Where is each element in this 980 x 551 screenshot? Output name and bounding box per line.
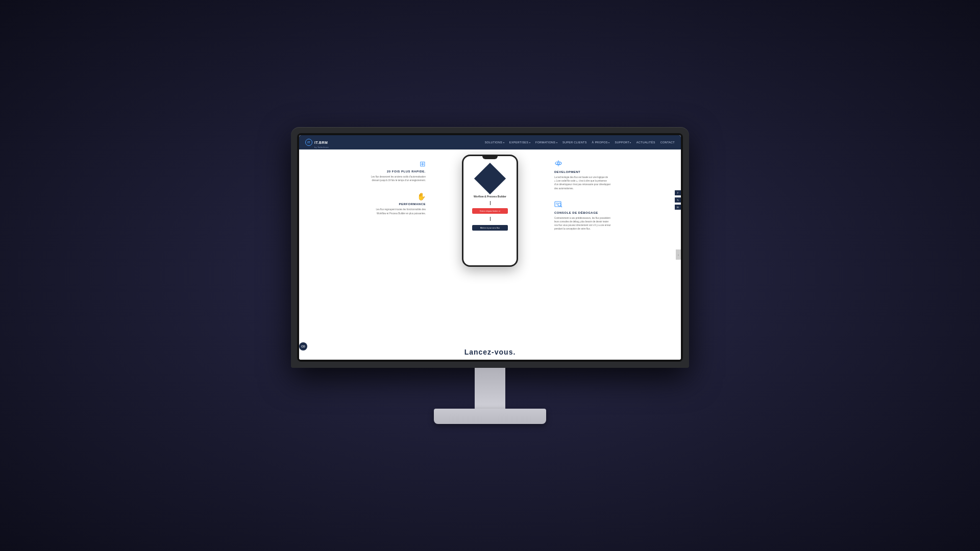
phone-line-2 — [490, 217, 491, 221]
social-facebook[interactable]: f — [675, 190, 681, 195]
right-features: DEVELOPMENT La technologie des flux est … — [546, 149, 681, 360]
nav-a-propos[interactable]: À PROPOS — [592, 141, 610, 144]
monitor-body: IT IT.BRM by Salesforce SOLUTIONS EXPERT… — [291, 127, 689, 368]
feature-dev-title: DEVELOPMENT — [554, 170, 671, 173]
phone-line-1 — [490, 201, 491, 205]
nav-expertises[interactable]: EXPERTISES — [509, 141, 530, 144]
feature-fast: ⊞ 20 FOIS PLUS RAPIDE. Les flux devancen… — [309, 160, 426, 182]
phone-diamond-shape — [474, 163, 506, 194]
phone-title: Worflow & Process Builder — [474, 195, 506, 198]
nav-links: SOLUTIONS EXPERTISES FORMATIONS SUPER CL… — [485, 141, 675, 144]
nav-formations[interactable]: FORMATIONS — [535, 141, 557, 144]
social-linkedin[interactable]: in — [675, 205, 681, 210]
bottom-cta: Lancez-vous. — [299, 344, 681, 360]
social-twitter[interactable]: 𝕏 — [675, 197, 681, 203]
svg-point-5 — [558, 203, 561, 206]
phone-content: Worflow & Process Builder Entrer depuis … — [463, 159, 517, 235]
nav-actualites[interactable]: ACTUALITÉS — [636, 141, 655, 144]
website: IT IT.BRM by Salesforce SOLUTIONS EXPERT… — [299, 135, 681, 360]
feature-dev-icon — [554, 160, 671, 168]
feature-debug-title: CONSOLE DE DÉBOGAGE — [554, 211, 671, 214]
feature-fast-title: 20 FOIS PLUS RAPIDE. — [309, 170, 426, 173]
monitor-screen: IT IT.BRM by Salesforce SOLUTIONS EXPERT… — [299, 135, 681, 360]
phone-mockup: Worflow & Process Builder Entrer depuis … — [462, 155, 518, 267]
phone-notch — [482, 156, 498, 159]
feature-debug-desc: Contrairement à ses prédécesseurs, les f… — [554, 216, 671, 231]
left-features: ⊞ 20 FOIS PLUS RAPIDE. Les flux devancen… — [299, 149, 434, 360]
monitor-screen-border: IT IT.BRM by Salesforce SOLUTIONS EXPERT… — [297, 133, 683, 362]
scene: IT IT.BRM by Salesforce SOLUTIONS EXPERT… — [0, 0, 980, 551]
feature-debug-icon — [554, 201, 671, 209]
nav-super-clients[interactable]: SUPER CLIENTS — [562, 141, 587, 144]
feature-debug: CONSOLE DE DÉBOGAGE Contrairement à ses … — [554, 201, 671, 231]
feature-dev: DEVELOPMENT La technologie des flux est … — [554, 160, 671, 190]
nav-contact[interactable]: CONTACT — [660, 141, 675, 144]
nav-support[interactable]: SUPPORT — [615, 141, 631, 144]
logo-brand: IT.BRM — [314, 141, 328, 144]
feature-dev-desc: La technologie des flux est basée sur un… — [554, 176, 671, 190]
main-content: ⊞ 20 FOIS PLUS RAPIDE. Les flux devancen… — [299, 149, 681, 360]
social-sidebar: f 𝕏 in — [675, 190, 681, 210]
monitor-base — [434, 409, 546, 424]
svg-point-1 — [557, 162, 559, 164]
cta-text: Lancez-vous. — [464, 348, 516, 356]
phone-btn-dark[interactable]: Mettre à jour vers flux — [472, 225, 508, 231]
navbar: IT IT.BRM by Salesforce SOLUTIONS EXPERT… — [299, 135, 681, 149]
logo-tagline: by Salesforce — [314, 146, 329, 148]
phone-btn-red[interactable]: Entrer depuis limiter ci — [472, 208, 508, 214]
nav-solutions[interactable]: SOLUTIONS — [485, 141, 504, 144]
logo-icon: IT — [305, 139, 312, 146]
phone-container: Worflow & Process Builder Entrer depuis … — [434, 149, 546, 360]
feature-fast-icon: ⊞ — [309, 160, 426, 168]
monitor: IT IT.BRM by Salesforce SOLUTIONS EXPERT… — [286, 127, 694, 424]
feature-perf-title: PERFORMANCE — [309, 203, 426, 206]
nav-logo: IT IT.BRM by Salesforce — [305, 137, 329, 148]
scroll-hint[interactable]: › — [676, 249, 681, 260]
monitor-neck — [475, 368, 505, 409]
feature-performance: ✋ PERFORMANCE Les flux regroupent toutes… — [309, 192, 426, 215]
feature-fast-desc: Les flux devancent les anciens outils d'… — [309, 175, 426, 182]
left-badge: CO — [299, 342, 307, 350]
feature-perf-desc: Les flux regroupent toutes les fonctionn… — [309, 208, 426, 215]
feature-perf-icon: ✋ — [309, 192, 426, 201]
